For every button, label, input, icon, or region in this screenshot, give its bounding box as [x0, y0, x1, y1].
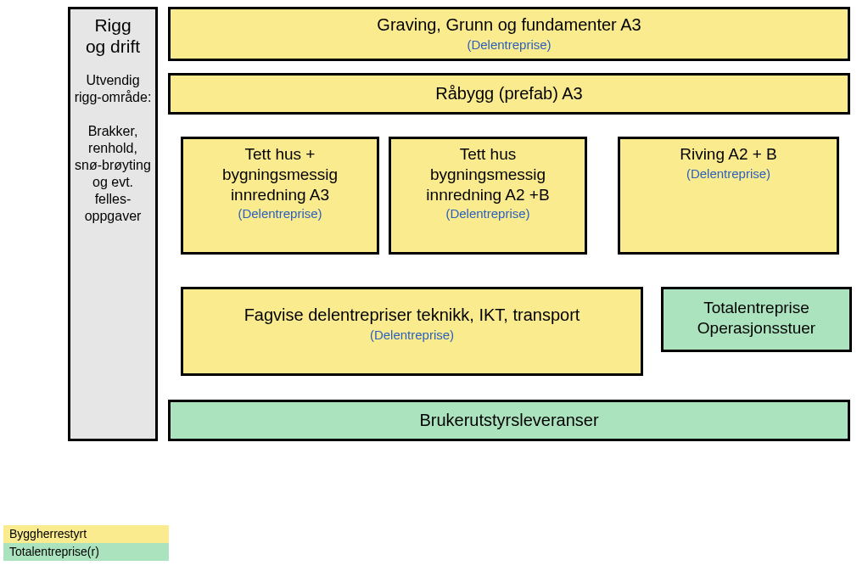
row3-box2-line1: Tett hus: [460, 145, 517, 163]
row3-box1-line1: Tett hus +: [245, 145, 316, 163]
legend-row-green: Totalentreprise(r): [3, 543, 259, 561]
diagram-canvas: Rigg og drift Utvendig rigg-område: Brak…: [0, 0, 868, 588]
row3-box2-title: Tett hus bygningsmessig innredning A2 +B: [391, 139, 585, 204]
row5-title: Brukerutstyrsleveranser: [171, 402, 848, 431]
box-rabygg-prefab: Råbygg (prefab) A3: [168, 73, 850, 115]
row1-sub: (Delentreprise): [171, 37, 848, 52]
row3-box3-sub: (Delentreprise): [620, 166, 837, 181]
row4-box1-sub: (Delentreprise): [183, 328, 641, 342]
sidebar-body-detail: Brakker, renhold, snø-brøyting og evt. f…: [75, 124, 151, 223]
row4-box2-line2: Operasjonsstuer: [697, 319, 815, 337]
row3-box2-line2: bygningsmessig: [430, 165, 546, 183]
box-tett-hus-a3: Tett hus + bygningsmessig innredning A3 …: [181, 137, 379, 255]
box-totalentreprise-operasjonsstuer: Totalentreprise Operasjonsstuer: [661, 287, 852, 352]
sidebar-title-line2: og drift: [86, 36, 140, 56]
row3-box1-line2: bygningsmessig: [222, 165, 338, 183]
legend: Byggherrestyrt Totalentreprise(r): [3, 525, 259, 561]
row3-box3-line1: Riving A2 + B: [680, 145, 777, 163]
row4-box1-title: Fagvise delentrepriser teknikk, IKT, tra…: [183, 289, 641, 326]
row4-box2-title: Totalentreprise Operasjonsstuer: [664, 289, 849, 339]
row3-box2-line3: innredning A2 +B: [426, 186, 549, 204]
row3-box1-title: Tett hus + bygningsmessig innredning A3: [183, 139, 377, 204]
legend-label-green: Totalentreprise(r): [9, 543, 99, 561]
row3-box2-sub: (Delentreprise): [391, 206, 585, 221]
legend-row-yellow: Byggherrestyrt: [3, 525, 259, 543]
sidebar-title: Rigg og drift: [70, 9, 155, 57]
sidebar-title-line1: Rigg: [94, 15, 131, 35]
sidebar-body-intro: Utvendig rigg-område:: [75, 73, 152, 104]
sidebar-rigg-og-drift: Rigg og drift Utvendig rigg-område: Brak…: [68, 7, 158, 441]
row4-box2-line1: Totalentreprise: [703, 299, 809, 316]
box-tett-hus-a2b: Tett hus bygningsmessig innredning A2 +B…: [389, 137, 587, 255]
legend-label-yellow: Byggherrestyrt: [9, 525, 87, 543]
row3-box1-sub: (Delentreprise): [183, 206, 377, 221]
box-riving-a2b: Riving A2 + B (Delentreprise): [618, 137, 839, 255]
box-graving-grunn-fundamenter: Graving, Grunn og fundamenter A3 (Delent…: [168, 7, 850, 61]
sidebar-body: Utvendig rigg-område: Brakker, renhold, …: [70, 72, 155, 225]
box-brukerutstyrsleveranser: Brukerutstyrsleveranser: [168, 400, 850, 441]
row3-box1-line3: innredning A3: [231, 186, 329, 204]
row3-box3-title: Riving A2 + B: [620, 139, 837, 165]
box-fagvise-delentrepriser: Fagvise delentrepriser teknikk, IKT, tra…: [181, 287, 643, 376]
row2-title: Råbygg (prefab) A3: [171, 76, 848, 104]
row1-title: Graving, Grunn og fundamenter A3: [171, 9, 848, 36]
